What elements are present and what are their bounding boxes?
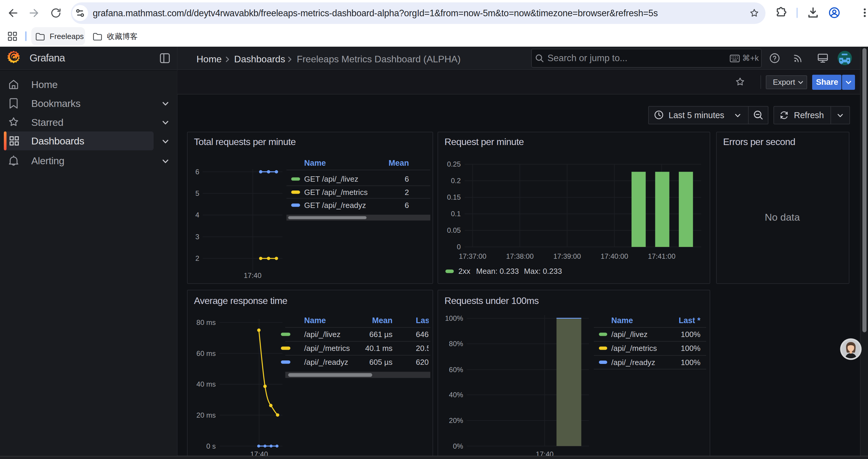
svg-text:/api/_/livez: /api/_/livez: [611, 330, 648, 339]
svg-text:4: 4: [195, 211, 199, 219]
svg-text:Mean: Mean: [389, 159, 409, 167]
svg-text:/api/_/livez: /api/_/livez: [304, 330, 341, 339]
svg-text:40.1 ms: 40.1 ms: [365, 344, 393, 353]
svg-text:0.05: 0.05: [447, 226, 461, 234]
svg-text:2xx: 2xx: [459, 267, 470, 275]
svg-text:Mean: 0.233: Mean: 0.233: [476, 267, 519, 275]
svg-text:0 s: 0 s: [207, 442, 216, 450]
svg-text:60 ms: 60 ms: [196, 350, 216, 357]
svg-text:0.2: 0.2: [451, 177, 461, 185]
svg-text:6: 6: [405, 201, 409, 210]
svg-text:60%: 60%: [449, 366, 463, 374]
svg-text:2: 2: [195, 254, 199, 262]
svg-text:5: 5: [195, 189, 199, 197]
svg-text:0.25: 0.25: [447, 160, 461, 168]
svg-text:100%: 100%: [681, 344, 701, 353]
svg-text:17:40: 17:40: [244, 271, 261, 280]
svg-text:0.15: 0.15: [447, 193, 461, 201]
svg-text:646: 646: [416, 330, 429, 339]
svg-text:40%: 40%: [449, 391, 463, 399]
svg-text:/api/_/metrics: /api/_/metrics: [611, 344, 657, 353]
svg-text:0.1: 0.1: [451, 210, 461, 218]
svg-text:100%: 100%: [445, 314, 463, 322]
svg-text:Last *: Last *: [416, 316, 433, 325]
svg-text:20 ms: 20 ms: [196, 411, 216, 419]
svg-text:620: 620: [416, 358, 429, 366]
svg-text:661 µs: 661 µs: [369, 330, 393, 339]
svg-text:605 µs: 605 µs: [369, 358, 393, 366]
svg-text:GET /api/_/livez: GET /api/_/livez: [304, 174, 359, 184]
svg-text:20%: 20%: [449, 417, 463, 424]
svg-text:Max: 0.233: Max: 0.233: [524, 267, 562, 275]
svg-text:GET /api/_/readyz: GET /api/_/readyz: [304, 201, 366, 210]
svg-text:80 ms: 80 ms: [196, 319, 216, 326]
svg-text:Last *: Last *: [679, 316, 701, 325]
svg-text:20.5 r: 20.5 r: [416, 344, 433, 353]
svg-text:17:37:00: 17:37:00: [459, 252, 486, 260]
svg-text:GET /api/_/metrics: GET /api/_/metrics: [304, 188, 368, 197]
svg-text:80%: 80%: [449, 340, 463, 348]
svg-text:Name: Name: [304, 316, 326, 325]
svg-text:/api/_/readyz: /api/_/readyz: [611, 358, 655, 367]
svg-text:17:41:00: 17:41:00: [648, 252, 675, 260]
svg-text:/api/_/metrics: /api/_/metrics: [304, 344, 350, 353]
svg-text:17:40:00: 17:40:00: [601, 252, 628, 260]
svg-text:Name: Name: [611, 316, 633, 325]
svg-text:2: 2: [405, 188, 409, 197]
svg-text:17:39:00: 17:39:00: [553, 252, 581, 260]
svg-text:0: 0: [457, 243, 461, 251]
svg-text:17:38:00: 17:38:00: [506, 252, 533, 260]
svg-text:100%: 100%: [681, 330, 701, 339]
svg-text:0%: 0%: [453, 442, 463, 450]
svg-text:40 ms: 40 ms: [196, 381, 216, 388]
svg-text:6: 6: [405, 174, 409, 184]
svg-text:/api/_/readyz: /api/_/readyz: [304, 358, 348, 366]
svg-text:Mean: Mean: [372, 316, 393, 325]
svg-text:Name: Name: [304, 159, 326, 167]
svg-text:3: 3: [195, 233, 199, 241]
svg-text:100%: 100%: [681, 358, 701, 367]
svg-text:6: 6: [195, 168, 199, 176]
